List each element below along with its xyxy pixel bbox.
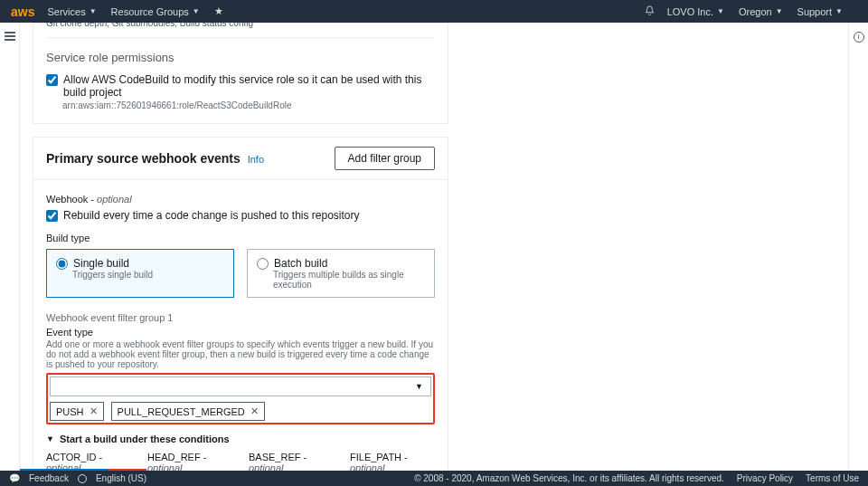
chevron-down-icon: ▼ <box>776 7 783 15</box>
nav-resource-groups[interactable]: Resource Groups▼ <box>111 6 200 17</box>
nav-services[interactable]: Services▼ <box>47 6 96 17</box>
chevron-down-icon: ▼ <box>717 7 724 15</box>
nav-pin-icon[interactable]: ★ <box>214 5 223 17</box>
chevron-down-icon: ▼ <box>193 7 200 15</box>
nav-support[interactable]: Support▼ <box>797 6 843 17</box>
aws-logo[interactable]: aws <box>11 5 34 19</box>
chevron-down-icon: ▼ <box>90 7 97 15</box>
nav-region[interactable]: Oregon▼ <box>739 6 783 17</box>
top-nav: aws Services▼ Resource Groups▼ ★ LOVO In… <box>0 0 868 23</box>
chevron-down-icon: ▼ <box>835 7 843 15</box>
bell-icon[interactable] <box>645 5 655 17</box>
nav-account[interactable]: LOVO Inc.▼ <box>667 6 724 17</box>
